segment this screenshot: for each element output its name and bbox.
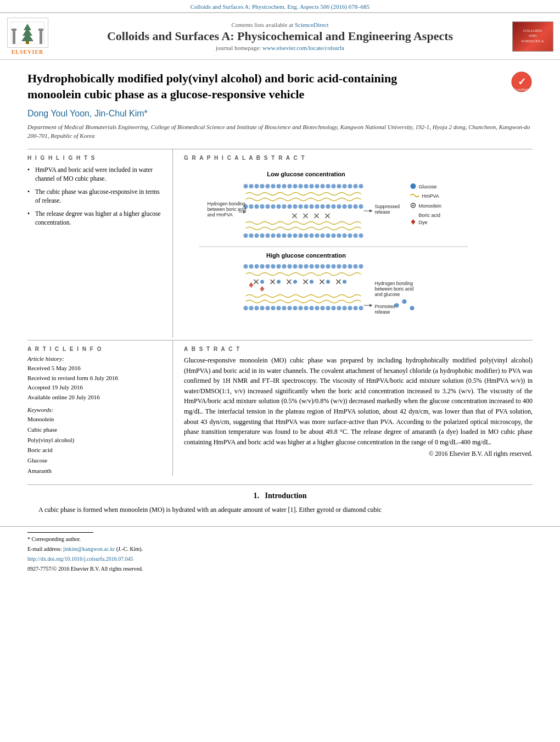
svg-point-70 bbox=[271, 233, 276, 238]
svg-point-122 bbox=[332, 264, 336, 269]
svg-rect-4 bbox=[26, 41, 29, 44]
svg-point-166 bbox=[354, 306, 358, 310]
keyword-1: Monoolein bbox=[27, 414, 161, 425]
introduction-title: 1. Introduction bbox=[27, 492, 533, 500]
doi-link[interactable]: http://dx.doi.org/10.1016/j.colsurfa.201… bbox=[27, 556, 133, 562]
svg-point-36 bbox=[249, 204, 254, 209]
crossmark-badge[interactable]: ✓ CrossMark bbox=[511, 71, 533, 93]
keyword-6: Amaranth bbox=[27, 466, 161, 476]
svg-point-144 bbox=[326, 280, 330, 283]
svg-point-86 bbox=[359, 233, 363, 238]
svg-point-164 bbox=[343, 306, 347, 310]
svg-point-176 bbox=[410, 306, 415, 310]
received-date: Received 5 May 2016 bbox=[27, 364, 161, 373]
graphical-abstract-diagram: Low glucose concentration bbox=[184, 165, 533, 338]
svg-point-162 bbox=[332, 306, 336, 310]
svg-point-56 bbox=[359, 204, 363, 209]
highlights-list: HmPVA and boric acid were included in wa… bbox=[27, 165, 161, 227]
svg-point-84 bbox=[348, 233, 352, 238]
svg-text:release: release bbox=[375, 209, 390, 215]
svg-text:✓: ✓ bbox=[518, 76, 526, 87]
keyword-3: Poly(vinyl alcohol) bbox=[27, 435, 161, 445]
svg-point-117 bbox=[304, 264, 309, 269]
svg-point-14 bbox=[249, 184, 254, 188]
highlight-item-3: The release degree was higher at a highe… bbox=[27, 209, 161, 227]
svg-point-149 bbox=[260, 306, 265, 310]
keywords-label: Keywords: bbox=[27, 406, 161, 413]
svg-point-85 bbox=[354, 233, 358, 238]
svg-point-19 bbox=[277, 184, 281, 188]
svg-point-71 bbox=[277, 233, 281, 238]
svg-point-150 bbox=[266, 306, 270, 310]
keyword-5: Glucose bbox=[27, 455, 161, 466]
svg-rect-5 bbox=[13, 30, 15, 44]
svg-point-81 bbox=[332, 233, 336, 238]
abstract-column: A B S T R A C T Glucose-responsive monoo… bbox=[173, 341, 533, 476]
svg-point-52 bbox=[337, 204, 341, 209]
sciencedirect-link: Contents lists available at ScienceDirec… bbox=[55, 21, 505, 28]
elsevier-logo: ELSEVIER bbox=[5, 18, 49, 55]
svg-point-28 bbox=[326, 184, 331, 188]
svg-text:Boric acid: Boric acid bbox=[419, 213, 441, 218]
email-link[interactable]: jinkim@kangwon.ac.kr bbox=[63, 546, 115, 552]
footnote-divider bbox=[27, 532, 93, 533]
svg-point-94 bbox=[411, 183, 416, 189]
svg-point-34 bbox=[359, 184, 363, 188]
svg-text:release: release bbox=[375, 309, 390, 315]
svg-point-25 bbox=[310, 184, 314, 188]
svg-point-106 bbox=[244, 264, 248, 269]
svg-point-141 bbox=[277, 280, 281, 283]
svg-point-41 bbox=[277, 204, 281, 209]
svg-point-148 bbox=[255, 306, 259, 310]
svg-point-27 bbox=[321, 184, 325, 188]
svg-point-120 bbox=[321, 264, 325, 269]
svg-point-78 bbox=[315, 233, 320, 238]
svg-point-174 bbox=[395, 303, 399, 308]
svg-point-80 bbox=[326, 233, 331, 238]
svg-point-160 bbox=[321, 306, 325, 310]
introduction-text: A cubic phase is formed when monoolein (… bbox=[27, 505, 533, 515]
graphical-abstract-svg: Low glucose concentration bbox=[184, 165, 533, 336]
svg-point-76 bbox=[304, 233, 309, 238]
svg-point-126 bbox=[354, 264, 358, 269]
svg-point-147 bbox=[249, 306, 254, 310]
svg-point-30 bbox=[337, 184, 341, 188]
journal-right-logo: COLLOIDSANDSURFACES A bbox=[511, 21, 555, 52]
svg-point-110 bbox=[266, 264, 270, 269]
svg-point-13 bbox=[244, 184, 248, 188]
svg-point-22 bbox=[293, 184, 298, 188]
svg-text:Hydrogen bonding: Hydrogen bonding bbox=[375, 281, 413, 286]
svg-point-42 bbox=[282, 204, 287, 209]
svg-point-145 bbox=[343, 280, 346, 283]
footer: * Corresponding author. E-mail address: … bbox=[0, 526, 560, 580]
keywords-list: Monoolein Cubic phase Poly(vinyl alcohol… bbox=[27, 414, 161, 476]
issn-line: 0927-7757/© 2016 Elsevier B.V. All right… bbox=[27, 565, 533, 573]
svg-point-66 bbox=[249, 233, 254, 238]
authors: Dong Youl Yoon, Jin-Chul Kim* bbox=[27, 109, 533, 119]
svg-point-77 bbox=[310, 233, 314, 238]
svg-point-156 bbox=[299, 306, 303, 310]
article-info-abstract-section: A R T I C L E I N F O Article history: R… bbox=[27, 340, 533, 476]
svg-point-26 bbox=[315, 184, 320, 188]
svg-text:Promoted: Promoted bbox=[375, 304, 395, 309]
svg-point-123 bbox=[337, 264, 341, 269]
svg-point-53 bbox=[343, 204, 347, 209]
journal-cover-image: COLLOIDSANDSURFACES A bbox=[512, 21, 553, 52]
svg-point-175 bbox=[402, 299, 407, 304]
svg-rect-7 bbox=[12, 29, 16, 31]
highlight-item-2: The cubic phase was glucose-responsive i… bbox=[27, 187, 161, 205]
svg-point-108 bbox=[255, 264, 259, 269]
svg-line-100 bbox=[411, 213, 416, 217]
doi-line: http://dx.doi.org/10.1016/j.colsurfa.201… bbox=[27, 555, 533, 563]
svg-text:Dye: Dye bbox=[419, 220, 428, 225]
svg-point-15 bbox=[255, 184, 259, 188]
journal-reference: Colloids and Surfaces A: Physicochem. En… bbox=[0, 0, 560, 12]
svg-text:Low glucose concentration: Low glucose concentration bbox=[267, 171, 345, 177]
svg-point-16 bbox=[260, 184, 265, 188]
svg-point-155 bbox=[293, 306, 298, 310]
elsevier-tree-svg bbox=[8, 19, 47, 47]
svg-point-32 bbox=[348, 184, 352, 188]
journal-title: Colloids and Surfaces A: Physicochemical… bbox=[55, 29, 505, 43]
corresponding-author-note: * Corresponding author. bbox=[27, 535, 533, 543]
accepted-date: Accepted 19 July 2016 bbox=[27, 383, 161, 393]
